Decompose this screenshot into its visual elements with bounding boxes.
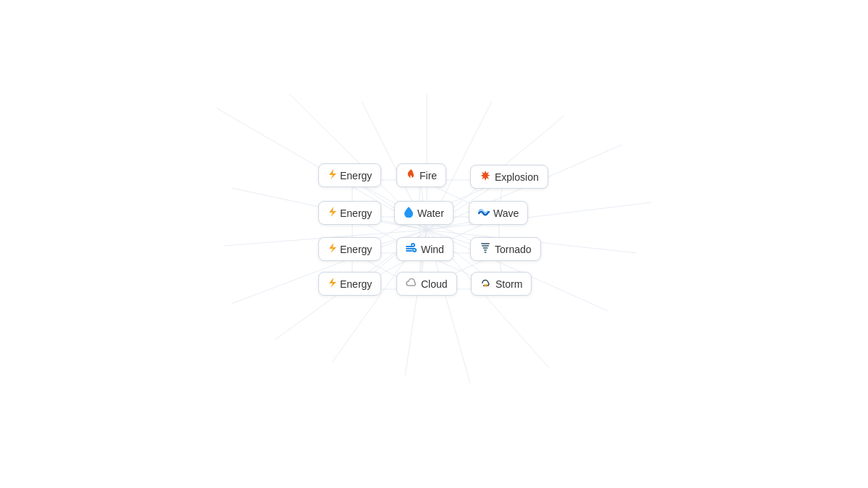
node-tornado[interactable]: Tornado: [470, 237, 541, 261]
icon-wind: [406, 242, 417, 256]
node-energy4[interactable]: Energy: [318, 272, 381, 296]
node-explosion[interactable]: Explosion: [470, 165, 548, 189]
label-energy2: Energy: [340, 207, 372, 219]
node-wind[interactable]: Wind: [396, 237, 454, 261]
node-energy1[interactable]: Energy: [318, 163, 381, 187]
label-wave: Wave: [493, 207, 519, 219]
label-wind: Wind: [421, 244, 444, 255]
label-explosion: Explosion: [495, 171, 539, 183]
label-cloud: Cloud: [421, 278, 448, 290]
label-storm: Storm: [495, 278, 522, 290]
icon-fire: [406, 168, 416, 182]
node-storm[interactable]: Storm: [471, 272, 532, 296]
icon-wave: [478, 206, 490, 220]
node-energy2[interactable]: Energy: [318, 201, 381, 225]
label-tornado: Tornado: [495, 244, 532, 255]
label-fire: Fire: [420, 170, 437, 181]
icon-energy1: [328, 168, 336, 182]
icon-tornado: [480, 242, 491, 256]
label-water: Water: [417, 207, 444, 219]
node-wave[interactable]: Wave: [469, 201, 528, 225]
icon-energy4: [328, 277, 336, 291]
icon-energy3: [328, 242, 336, 256]
label-energy3: Energy: [340, 244, 372, 255]
icon-storm: [480, 277, 492, 291]
canvas: EnergyFireExplosionEnergyWaterWaveEnergy…: [0, 0, 868, 488]
icon-explosion: [480, 170, 491, 184]
icon-energy2: [328, 206, 336, 220]
svg-line-7: [427, 202, 651, 230]
icon-water: [404, 206, 414, 220]
label-energy1: Energy: [340, 170, 372, 181]
node-fire[interactable]: Fire: [396, 163, 446, 187]
node-water[interactable]: Water: [394, 201, 454, 225]
node-energy3[interactable]: Energy: [318, 237, 381, 261]
icon-cloud: [406, 277, 417, 291]
label-energy4: Energy: [340, 278, 372, 290]
node-cloud[interactable]: Cloud: [396, 272, 457, 296]
